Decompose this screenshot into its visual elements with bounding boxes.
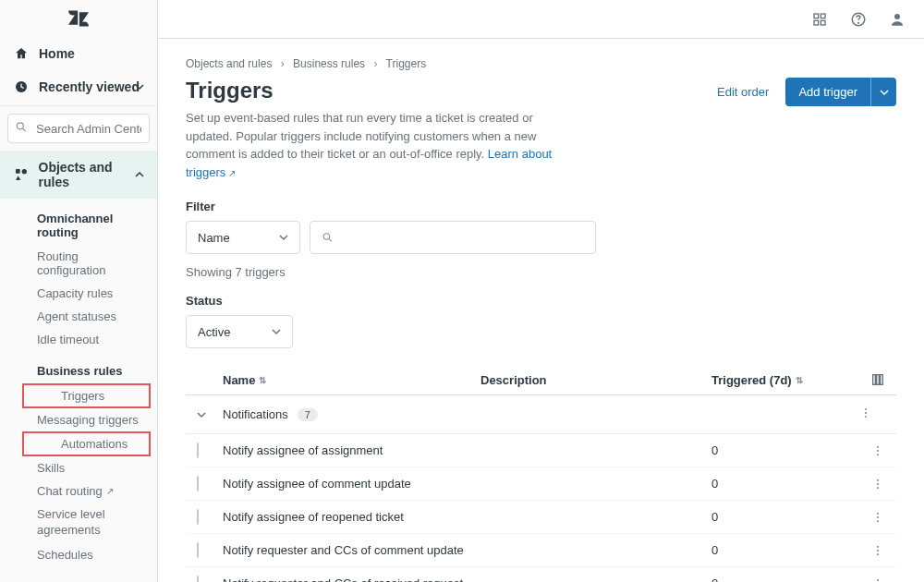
- row-actions-menu[interactable]: [859, 544, 896, 557]
- row-checkbox[interactable]: [197, 509, 199, 525]
- nav-home[interactable]: Home: [0, 37, 157, 70]
- chevron-down-icon: [135, 79, 144, 94]
- divider: [0, 105, 157, 106]
- sort-icon: ⇅: [796, 375, 803, 385]
- row-checkbox[interactable]: [197, 576, 199, 582]
- sidebar-search[interactable]: [7, 114, 150, 143]
- svg-point-1: [17, 123, 23, 129]
- sort-icon: ⇅: [259, 375, 266, 385]
- row-triggered-count: 0: [711, 543, 859, 557]
- add-trigger-split-button: Add trigger: [785, 78, 896, 106]
- row-actions-menu[interactable]: [859, 577, 896, 583]
- row-checkbox[interactable]: [197, 443, 199, 458]
- row-triggered-count: 0: [711, 576, 859, 582]
- sidebar-item-schedules[interactable]: Schedules: [0, 543, 157, 566]
- svg-rect-2: [16, 169, 20, 174]
- svg-point-19: [877, 450, 879, 452]
- col-triggered[interactable]: Triggered (7d) ⇅: [711, 373, 859, 387]
- sidebar: Home Recently viewed Objects and rules O…: [0, 0, 158, 582]
- breadcrumb-item[interactable]: Business rules: [293, 57, 365, 70]
- sidebar-item-agent-statuses[interactable]: Agent statuses: [0, 305, 157, 328]
- sidebar-search-input[interactable]: [7, 114, 150, 143]
- external-link-icon: ↗: [106, 486, 114, 496]
- triggers-table: Name ⇅ Description Triggered (7d) ⇅ Noti…: [186, 365, 896, 582]
- sidebar-section-objects-and-rules[interactable]: Objects and rules: [0, 151, 157, 199]
- chevron-down-icon: [279, 233, 288, 242]
- svg-point-24: [877, 512, 879, 514]
- sidebar-item-capacity-rules[interactable]: Capacity rules: [0, 282, 157, 305]
- edit-order-link[interactable]: Edit order: [717, 85, 769, 99]
- col-name[interactable]: Name ⇅: [223, 373, 480, 387]
- row-checkbox[interactable]: [197, 542, 199, 558]
- help-icon[interactable]: [850, 11, 867, 28]
- sidebar-item-messaging-triggers[interactable]: Messaging triggers: [0, 408, 157, 431]
- sidebar-item-idle-timeout[interactable]: Idle timeout: [0, 328, 157, 351]
- svg-point-11: [323, 234, 329, 239]
- row-name[interactable]: Notify assignee of comment update: [223, 477, 480, 491]
- profile-icon[interactable]: [889, 11, 906, 28]
- col-name-label: Name: [223, 373, 255, 387]
- svg-point-23: [877, 487, 879, 489]
- row-checkbox[interactable]: [197, 476, 199, 491]
- svg-point-30: [877, 578, 879, 580]
- add-trigger-dropdown[interactable]: [870, 78, 896, 106]
- table-header: Name ⇅ Description Triggered (7d) ⇅: [186, 365, 896, 395]
- sidebar-item-label: Chat routing: [37, 484, 103, 498]
- column-chooser-icon[interactable]: [859, 372, 896, 387]
- row-actions-menu[interactable]: [859, 444, 896, 457]
- brand-logo[interactable]: [0, 0, 157, 37]
- row-name[interactable]: Notify assignee of assignment: [223, 443, 480, 457]
- page-subtitle-text: Set up event-based rules that run every …: [186, 111, 536, 161]
- col-description[interactable]: Description: [480, 373, 711, 387]
- svg-rect-4: [814, 14, 819, 18]
- group-actions-menu[interactable]: [859, 406, 896, 422]
- row-name[interactable]: Notify requester and CCs of received req…: [223, 576, 480, 582]
- search-icon: [15, 121, 28, 137]
- sidebar-item-chat-routing[interactable]: Chat routing ↗: [0, 479, 157, 503]
- status-value: Active: [198, 325, 230, 339]
- filter-search[interactable]: [310, 221, 596, 254]
- row-triggered-count: 0: [711, 443, 859, 457]
- svg-point-9: [858, 22, 859, 23]
- sidebar-item-routing-configuration[interactable]: Routing configuration: [0, 245, 157, 282]
- table-row: Notify assignee of reopened ticket0: [186, 501, 896, 534]
- table-row: Notify assignee of assignment0: [186, 434, 896, 467]
- global-header: [158, 0, 924, 39]
- svg-rect-13: [877, 375, 880, 385]
- filter-by-select[interactable]: Name: [186, 221, 300, 254]
- table-row: Notify assignee of comment update0: [186, 467, 896, 501]
- chevron-down-icon: [272, 327, 281, 336]
- sidebar-item-sla[interactable]: Service level agreements: [0, 503, 157, 543]
- nav-recently-viewed[interactable]: Recently viewed: [0, 70, 157, 103]
- breadcrumb-item[interactable]: Triggers: [386, 57, 427, 70]
- sidebar-item-automations[interactable]: Automations: [22, 431, 151, 456]
- row-actions-menu[interactable]: [859, 511, 896, 524]
- shapes-icon: [13, 166, 30, 183]
- row-name[interactable]: Notify requester and CCs of comment upda…: [223, 543, 480, 557]
- row-name[interactable]: Notify assignee of reopened ticket: [223, 510, 480, 524]
- group-collapse-toggle[interactable]: [186, 407, 223, 422]
- row-actions-menu[interactable]: [859, 478, 896, 491]
- row-triggered-count: 0: [711, 477, 859, 491]
- filter-label: Filter: [186, 200, 896, 213]
- sidebar-item-skills[interactable]: Skills: [0, 456, 157, 479]
- status-select[interactable]: Active: [186, 315, 293, 348]
- sidebar-group-omnichannel: Omnichannel routing: [0, 199, 157, 245]
- svg-point-29: [877, 553, 879, 555]
- page-subtitle: Set up event-based rules that run every …: [186, 109, 574, 181]
- svg-point-26: [877, 520, 879, 522]
- status-label: Status: [186, 294, 896, 308]
- svg-rect-14: [881, 375, 883, 385]
- apps-grid-icon[interactable]: [811, 11, 828, 28]
- breadcrumb-item[interactable]: Objects and rules: [186, 57, 272, 70]
- svg-point-17: [865, 416, 867, 418]
- svg-point-15: [865, 408, 867, 410]
- home-icon: [13, 45, 30, 62]
- svg-rect-7: [821, 20, 825, 25]
- filter-by-value: Name: [198, 231, 230, 245]
- sidebar-item-triggers[interactable]: Triggers: [22, 383, 151, 408]
- filter-search-input[interactable]: [341, 231, 584, 245]
- add-trigger-button[interactable]: Add trigger: [785, 78, 870, 106]
- svg-point-18: [877, 445, 879, 447]
- svg-point-22: [877, 483, 879, 485]
